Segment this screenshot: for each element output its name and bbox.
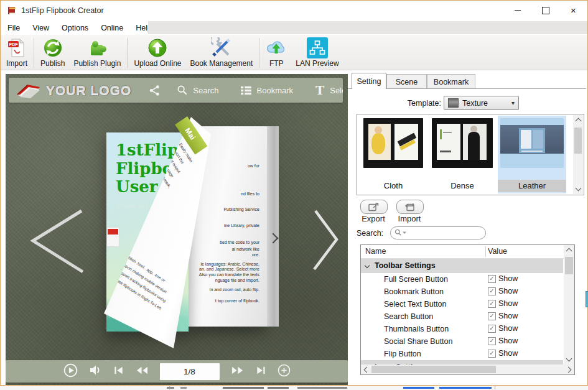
book-page-stack-edge[interactable] xyxy=(267,126,279,327)
template-item-cloth[interactable]: Cloth xyxy=(361,116,426,193)
scroll-left-button[interactable] xyxy=(361,364,371,374)
maximize-icon xyxy=(542,7,549,14)
flipbook-control-bar: 1/8 xyxy=(6,360,348,383)
maximize-button[interactable] xyxy=(531,1,559,20)
show-checkbox[interactable]: ✓ xyxy=(488,300,496,308)
flipbook-search-button[interactable]: Search xyxy=(177,85,218,96)
menu-options[interactable]: Options xyxy=(60,22,90,34)
setting-name: Full Screen Button xyxy=(384,275,448,284)
menu-file[interactable]: File xyxy=(6,22,21,34)
page-text-line: le languages: Arabic, Chinese, xyxy=(189,262,259,267)
show-checkbox[interactable]: ✓ xyxy=(488,275,496,283)
plugin-icon xyxy=(86,37,108,58)
toolbar-separator xyxy=(34,38,34,68)
page-text-line: Also you can translate the texts xyxy=(189,272,259,277)
import-settings-button[interactable] xyxy=(396,200,424,214)
show-checkbox[interactable]: ✓ xyxy=(488,287,496,295)
logo-book-icon xyxy=(14,80,42,100)
flipbook-bookmark-button[interactable]: Bookmark xyxy=(240,85,294,96)
book-management-label: Book Management xyxy=(190,59,253,68)
table-vertical-scrollbar[interactable] xyxy=(564,245,574,364)
tab-bookmark[interactable]: Bookmark xyxy=(427,74,475,89)
chevron-down-icon xyxy=(566,356,572,362)
scrollbar-thumb[interactable] xyxy=(371,366,496,373)
page-text-line: ine Library, private xyxy=(189,223,259,228)
scroll-up-button[interactable] xyxy=(573,115,583,125)
close-button[interactable]: × xyxy=(559,1,587,20)
next-page-button[interactable] xyxy=(230,364,245,379)
flipbook-toolbar: YOUR LOGO Search xyxy=(9,78,343,103)
publish-icon xyxy=(42,37,63,58)
texture-swatch-icon xyxy=(448,98,459,108)
lan-preview-button[interactable]: LAN Preview xyxy=(291,37,343,70)
title-bar: 1stFlip Flipbook Creator × xyxy=(1,1,587,21)
svg-text:PDF: PDF xyxy=(9,42,19,47)
table-row: Bookmark Button ✓Show xyxy=(361,286,563,298)
tab-setting[interactable]: Setting xyxy=(352,73,386,89)
next-icon xyxy=(230,364,245,376)
publish-button[interactable]: Publish xyxy=(36,37,69,70)
template-item-dense[interactable]: Dense xyxy=(429,116,495,193)
ftp-cloud-icon xyxy=(266,37,287,58)
template-item-leather[interactable]: Leather xyxy=(498,116,566,193)
next-page-arrow[interactable] xyxy=(310,207,343,273)
prev-icon xyxy=(135,364,149,376)
setting-name: Select Text Button xyxy=(384,300,447,309)
setting-value: Show xyxy=(498,274,518,283)
menu-bar-filler xyxy=(148,21,587,34)
export-button[interactable] xyxy=(360,200,388,214)
bookmark-list-icon xyxy=(240,85,252,96)
show-checkbox[interactable]: ✓ xyxy=(488,337,496,345)
zoom-in-button[interactable] xyxy=(278,364,291,379)
search-icon xyxy=(177,85,188,96)
prev-page-button[interactable] xyxy=(135,364,149,379)
column-name: Name xyxy=(365,247,386,256)
select-text-button[interactable]: T Select Text xyxy=(315,85,343,96)
page-text-line: nguage file and import. xyxy=(189,278,259,283)
flipbook-bookmark-label: Bookmark xyxy=(257,86,294,95)
last-page-button[interactable] xyxy=(255,364,267,379)
template-dropdown[interactable]: Texture ▾ xyxy=(444,96,519,110)
chevron-down-icon: ▾ xyxy=(511,100,515,106)
setting-value: Show xyxy=(498,312,518,320)
setting-value: Show xyxy=(498,337,518,345)
group-row-toolbar-settings[interactable]: Toolbar Settings xyxy=(361,259,563,273)
template-list-scrollbar[interactable] xyxy=(573,115,583,194)
publish-plugin-button[interactable]: Publish Plugin xyxy=(69,37,125,70)
chevron-down-icon xyxy=(575,185,581,192)
page-text-line: an, and Japanese. Select more xyxy=(189,267,259,272)
scroll-down-button[interactable] xyxy=(564,355,574,364)
import-button[interactable]: PDF Import xyxy=(2,37,32,70)
table-horizontal-scrollbar[interactable] xyxy=(361,364,574,374)
upload-online-button[interactable]: Upload Online xyxy=(129,37,185,70)
scroll-right-button[interactable] xyxy=(564,364,574,374)
scrollbar-thumb[interactable] xyxy=(574,128,582,154)
table-row: Social Share Button ✓Show xyxy=(361,335,563,348)
scroll-down-button[interactable] xyxy=(573,184,583,194)
flipbook-preview: YOUR LOGO Search xyxy=(6,74,348,385)
export-label: Export xyxy=(355,214,391,223)
minimize-button[interactable] xyxy=(503,1,531,20)
autoplay-button[interactable] xyxy=(63,363,78,380)
menu-view[interactable]: View xyxy=(31,22,50,34)
template-name-cloth: Cloth xyxy=(361,180,426,192)
scroll-up-button[interactable] xyxy=(564,245,574,255)
book-management-button[interactable]: Book Management xyxy=(186,37,258,70)
show-checkbox[interactable]: ✓ xyxy=(488,350,496,358)
menu-online[interactable]: Online xyxy=(100,22,124,34)
ftp-button[interactable]: FTP xyxy=(261,37,291,70)
tab-scene-label: Scene xyxy=(396,78,418,86)
sound-button[interactable] xyxy=(88,363,102,379)
show-checkbox[interactable]: ✓ xyxy=(488,312,496,320)
prev-page-arrow[interactable] xyxy=(22,206,91,276)
share-button[interactable] xyxy=(149,85,161,96)
setting-value: Show xyxy=(498,324,518,333)
scrollbar-thumb[interactable] xyxy=(565,257,573,274)
first-page-button[interactable] xyxy=(113,364,124,379)
cover-pdf-logo xyxy=(106,227,119,247)
zoom-plus-icon xyxy=(278,364,291,377)
last-page-icon xyxy=(255,364,267,376)
page-indicator[interactable]: 1/8 xyxy=(160,363,220,380)
tab-scene[interactable]: Scene xyxy=(386,74,427,89)
show-checkbox[interactable]: ✓ xyxy=(488,325,496,333)
